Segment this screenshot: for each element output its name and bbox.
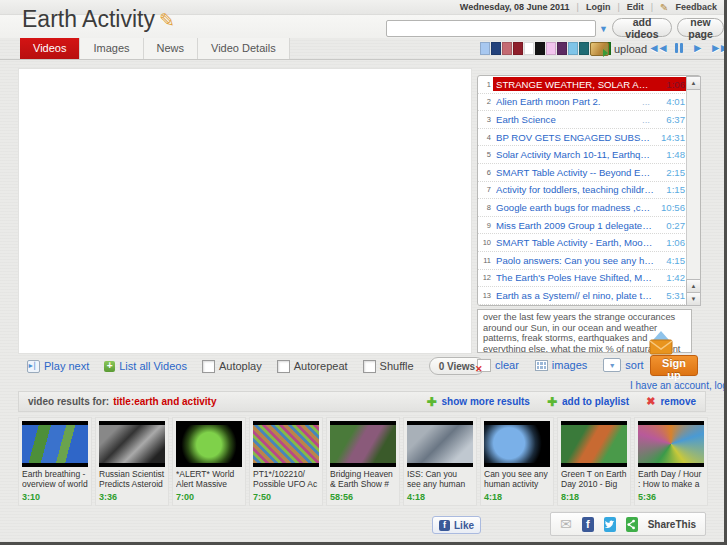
- video-thumbnail[interactable]: [253, 421, 319, 467]
- facebook-like-button[interactable]: f Like: [432, 516, 481, 534]
- twitter-share-icon[interactable]: [604, 517, 616, 532]
- list-all-videos-button[interactable]: + List all Videos: [104, 360, 187, 372]
- playlist-item-main[interactable]: Alien Earth moon Part 2. ... 4:01: [493, 95, 687, 109]
- add-videos-button[interactable]: add videos: [612, 18, 672, 37]
- video-result-card[interactable]: Earth breathing - overview of world 3:10: [18, 417, 92, 506]
- playlist-item[interactable]: 8 Google earth bugs for madness ,covere.…: [478, 199, 687, 217]
- playlist-item-main[interactable]: Activity for toddlers, teaching children…: [493, 183, 687, 197]
- email-share-icon[interactable]: [646, 331, 676, 357]
- scroll-up-button-bottom[interactable]: ▲: [686, 279, 701, 293]
- sharethis-label[interactable]: ShareThis: [648, 519, 696, 530]
- playlist-item-main[interactable]: Earth Science ... 6:37: [493, 112, 687, 126]
- search-input[interactable]: [386, 20, 596, 37]
- playlist-item-title[interactable]: Activity for toddlers, teaching children…: [496, 184, 655, 195]
- video-thumbnail[interactable]: [561, 421, 627, 467]
- playlist-item-main[interactable]: SMART Table Activity - Earth, Moon, Su..…: [493, 236, 687, 250]
- video-thumbnail[interactable]: [22, 421, 88, 467]
- show-more-results-button[interactable]: ✚ show more results: [426, 395, 529, 409]
- playlist-scrollbar[interactable]: ▲ ▲ ▼: [686, 76, 700, 305]
- shuffle-checkbox[interactable]: Shuffle: [363, 360, 414, 373]
- sort-button[interactable]: ▼ sort: [603, 358, 643, 372]
- video-thumbnail[interactable]: [638, 421, 704, 467]
- playlist-item-title[interactable]: Google earth bugs for madness ,covere...: [496, 202, 655, 213]
- clear-button[interactable]: clear: [477, 359, 519, 372]
- playlist-item-main[interactable]: STRANGE WEATHER, SOLAR ACTIVIT... 1:06: [493, 77, 687, 91]
- playlist-item-title[interactable]: Earth Science: [496, 114, 637, 125]
- playlist-item-main[interactable]: Earth as a System// el nino, plate tecto…: [493, 288, 687, 302]
- video-result-title[interactable]: Green T on Earth Day 2010 - Big: [561, 470, 627, 490]
- playlist-item-title[interactable]: Miss Earth 2009 Group 1 delegates Nes...: [496, 220, 655, 231]
- video-result-card[interactable]: Russian Scientist Predicts Asteroid 3:36: [95, 417, 169, 506]
- playlist-item-main[interactable]: Solar Activity March 10-11, Earthquake .…: [493, 148, 687, 162]
- video-result-card[interactable]: Can you see any human activity 4:18: [480, 417, 554, 506]
- facebook-share-icon[interactable]: f: [582, 517, 594, 532]
- sign-up-button[interactable]: Sign up: [650, 355, 698, 376]
- account-login-link[interactable]: I have an account, log: [630, 380, 727, 391]
- playlist-item-main[interactable]: Miss Earth 2009 Group 1 delegates Nes...…: [493, 218, 687, 232]
- search-dropdown-icon[interactable]: ▼: [599, 24, 608, 34]
- email-icon[interactable]: ✉: [560, 516, 572, 532]
- edit-title-pencil-icon[interactable]: ✎: [159, 10, 175, 31]
- playlist-item-title[interactable]: Earth as a System// el nino, plate tecto…: [496, 290, 655, 301]
- login-link[interactable]: Login: [586, 2, 611, 12]
- checkbox-box[interactable]: [202, 360, 215, 373]
- video-result-card[interactable]: Earth Day / Hour : How to make a 5:36: [634, 417, 708, 506]
- remove-button[interactable]: ✖ remove: [646, 395, 696, 408]
- video-result-title[interactable]: Russian Scientist Predicts Asteroid: [99, 470, 165, 490]
- video-result-card[interactable]: *ALERT* World Alert Massive 7:00: [172, 417, 246, 506]
- playlist-item-title[interactable]: Alien Earth moon Part 2.: [496, 96, 637, 107]
- tab[interactable]: Images: [80, 38, 143, 59]
- tab[interactable]: Videos: [20, 38, 80, 59]
- video-result-title[interactable]: Earth Day / Hour : How to make a: [638, 470, 704, 490]
- scroll-up-button[interactable]: ▲: [686, 76, 701, 90]
- video-player-area[interactable]: [18, 68, 472, 354]
- new-page-button[interactable]: new page: [677, 18, 724, 37]
- video-thumbnail[interactable]: [407, 421, 473, 467]
- playlist-item-title[interactable]: The Earth's Poles Have Shifted, Massive.…: [496, 272, 655, 283]
- video-thumbnail[interactable]: [99, 421, 165, 467]
- autoplay-checkbox[interactable]: Autoplay: [202, 360, 262, 373]
- video-thumbnail[interactable]: [176, 421, 242, 467]
- playlist-item-main[interactable]: BP ROV GETS ENGAGED SUBSEA with... 14:31: [493, 130, 687, 144]
- checkbox-box[interactable]: [277, 360, 290, 373]
- playlist-item[interactable]: 10 SMART Table Activity - Earth, Moon, S…: [478, 234, 687, 252]
- autorepeat-checkbox[interactable]: Autorepeat: [277, 360, 348, 373]
- video-result-title[interactable]: *ALERT* World Alert Massive: [176, 470, 242, 490]
- playlist-item[interactable]: 3 Earth Science ... 6:37: [478, 111, 687, 129]
- video-result-title[interactable]: Can you see any human activity: [484, 470, 550, 490]
- edit-link[interactable]: Edit: [627, 2, 644, 12]
- video-result-card[interactable]: Bridging Heaven & Earth Show # 58:56: [326, 417, 400, 506]
- playlist-item-main[interactable]: The Earth's Poles Have Shifted, Massive.…: [493, 271, 687, 285]
- tab[interactable]: Video Details: [198, 38, 290, 59]
- checkbox-box[interactable]: [363, 360, 376, 373]
- tab[interactable]: News: [144, 38, 199, 59]
- playlist-item-title[interactable]: SMART Table Activity -- Beyond Earth ...: [496, 167, 655, 178]
- video-result-card[interactable]: ISS: Can you see any human activ 4:18: [403, 417, 477, 506]
- add-to-playlist-button[interactable]: ✚ add to playlist: [547, 395, 629, 409]
- playlist-item-main[interactable]: Paolo answers: Can you see any human... …: [493, 253, 687, 267]
- playlist-item[interactable]: 12 The Earth's Poles Have Shifted, Massi…: [478, 270, 687, 288]
- feedback-link[interactable]: Feedback: [675, 2, 717, 12]
- video-result-title[interactable]: ISS: Can you see any human activ: [407, 470, 473, 490]
- images-toggle-button[interactable]: images: [535, 359, 587, 371]
- scroll-down-button[interactable]: ▼: [686, 292, 701, 306]
- playlist-item[interactable]: 1 STRANGE WEATHER, SOLAR ACTIVIT... 1:06: [478, 76, 687, 94]
- playlist-item[interactable]: 11 Paolo answers: Can you see any human.…: [478, 252, 687, 270]
- playlist-item[interactable]: 6 SMART Table Activity -- Beyond Earth .…: [478, 164, 687, 182]
- video-result-title[interactable]: Earth breathing - overview of world: [22, 470, 88, 490]
- playlist-item-main[interactable]: SMART Table Activity -- Beyond Earth ...…: [493, 165, 687, 179]
- video-thumbnail[interactable]: [330, 421, 396, 467]
- play-next-button[interactable]: ►▏ Play next: [27, 360, 89, 373]
- playlist-item[interactable]: 4 BP ROV GETS ENGAGED SUBSEA with... 14:…: [478, 129, 687, 147]
- playlist-item-main[interactable]: Google earth bugs for madness ,covere...…: [493, 200, 687, 214]
- playlist-item-title[interactable]: STRANGE WEATHER, SOLAR ACTIVIT...: [496, 79, 655, 90]
- playlist-item-title[interactable]: Solar Activity March 10-11, Earthquake .…: [496, 149, 655, 160]
- sharethis-icon[interactable]: [626, 517, 638, 532]
- playlist-item[interactable]: 2 Alien Earth moon Part 2. ... 4:01: [478, 94, 687, 112]
- video-result-card[interactable]: Green T on Earth Day 2010 - Big 8:18: [557, 417, 631, 506]
- video-result-title[interactable]: PT1*/102210/ Possible UFO Ac: [253, 470, 319, 490]
- playlist-item[interactable]: 9 Miss Earth 2009 Group 1 delegates Nes.…: [478, 217, 687, 235]
- playlist-item[interactable]: 5 Solar Activity March 10-11, Earthquake…: [478, 146, 687, 164]
- playlist-item-title[interactable]: SMART Table Activity - Earth, Moon, Su..…: [496, 237, 655, 248]
- video-result-card[interactable]: PT1*/102210/ Possible UFO Ac 7:50: [249, 417, 323, 506]
